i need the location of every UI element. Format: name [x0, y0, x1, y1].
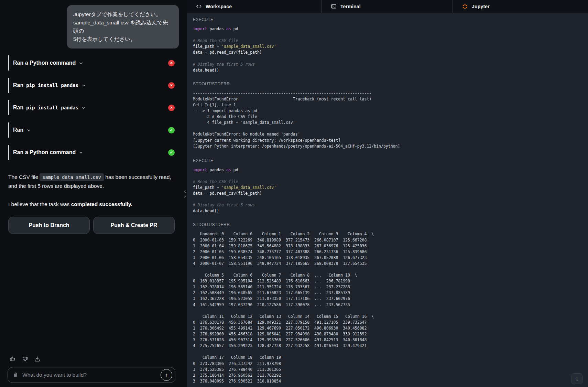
action-label: Ran a Python command [13, 60, 76, 66]
chat-input[interactable] [22, 372, 157, 378]
action-row[interactable]: Ran a Python command× [8, 55, 175, 71]
jupyter-output-area[interactable]: EXECUTE import pandas as pd # Read the C… [187, 13, 588, 387]
code-cell-2: import pandas as pd # Read the CSV filef… [193, 167, 582, 214]
tab-label-workspace: Workspace [206, 4, 232, 9]
action-label: Ran [13, 82, 23, 88]
action-row[interactable]: Ranpip install pandas× [8, 78, 175, 93]
tab-label-terminal: Terminal [340, 4, 361, 9]
export-button[interactable] [33, 355, 41, 363]
stdout-label-1: STDOUT/STDERR [193, 82, 582, 86]
conclusion-pre: I believe that the task was [8, 201, 71, 207]
tabbar: Workspace Terminal Jupyter [187, 0, 588, 13]
action-row[interactable]: Ranpip install pandas× [8, 100, 175, 115]
jupyter-icon [462, 3, 468, 10]
stdout-label-2: STDOUT/STDERR [193, 222, 582, 227]
action-label: Ran a Python command [13, 149, 76, 155]
tab-workspace[interactable]: Workspace [187, 0, 322, 13]
result-text-pre: The CSV file [8, 174, 40, 180]
thumbs-down-button[interactable] [21, 355, 29, 363]
action-row[interactable]: Ran a Python command✓ [8, 145, 175, 160]
chat-bottom-bar: ↑ [0, 355, 183, 387]
success-badge: ✓ [168, 149, 175, 156]
csv-file-chip: sample_data_small.csv [40, 173, 104, 181]
action-command: pip install pandas [26, 83, 78, 88]
error-badge: × [168, 105, 175, 111]
thumbs-down-icon [22, 356, 28, 362]
thumbs-up-icon [9, 356, 16, 362]
feedback-row [8, 355, 175, 363]
code-cell-1: import pandas as pd # Read the CSV filef… [193, 26, 582, 73]
push-create-pr-button[interactable]: Push & Create PR [93, 217, 175, 234]
execute-label-1: EXECUTE [193, 17, 582, 22]
chat-panel: Jupyterタブで作業をしてください。 sample_data_small.c… [0, 0, 183, 387]
action-command: pip install pandas [26, 105, 78, 110]
download-icon [34, 356, 41, 362]
success-badge: ✓ [168, 127, 175, 133]
terminal-icon [331, 3, 337, 9]
chat-input-bar: ↑ [8, 367, 175, 383]
push-to-branch-button[interactable]: Push to Branch [8, 217, 90, 234]
agent-conclusion-text: I believe that the task was completed su… [8, 200, 175, 208]
conclusion-bold: completed successfully. [71, 201, 132, 207]
action-label: Ran [13, 127, 23, 133]
action-list: Ran a Python command×Ranpip install pand… [0, 55, 183, 167]
error-badge: × [168, 60, 175, 66]
collapse-left-icon[interactable]: ‹ [184, 189, 186, 193]
expand-right-icon[interactable]: › [184, 194, 186, 198]
send-button[interactable]: ↑ [161, 369, 172, 381]
execute-label-2: EXECUTE [193, 158, 582, 163]
tab-jupyter[interactable]: Jupyter [453, 0, 588, 13]
chevron-down-icon [81, 106, 86, 110]
thumbs-up-button[interactable] [8, 355, 17, 363]
user-message-bubble: Jupyterタブで作業をしてください。 sample_data_small.c… [67, 5, 179, 49]
pr-actions-row: Push to Branch Push & Create PR [8, 217, 175, 234]
tab-terminal[interactable]: Terminal [322, 0, 453, 13]
attach-file-icon[interactable] [12, 372, 19, 378]
chevron-down-icon [79, 61, 83, 65]
action-label: Ran [13, 105, 23, 111]
error-output: ----------------------------------------… [193, 90, 582, 149]
workspace-panel: Workspace Terminal Jupyter EXECUTE impor… [187, 0, 588, 387]
chevron-down-icon [81, 83, 86, 88]
tab-label-jupyter: Jupyter [472, 4, 490, 9]
app-root: Jupyterタブで作業をしてください。 sample_data_small.c… [0, 0, 588, 387]
code-icon [196, 3, 202, 9]
error-badge: × [168, 82, 175, 89]
agent-result-text: The CSV file sample_data_small.csv has b… [8, 173, 175, 191]
chevron-down-icon [79, 150, 83, 155]
panel-resize-handle[interactable]: ‹ › [183, 0, 187, 387]
action-row[interactable]: Ran✓ [8, 122, 175, 138]
chevron-down-icon [26, 128, 31, 132]
scroll-to-bottom-button[interactable]: ↓ [571, 373, 582, 384]
dataframe-output: Unnamed: 0 Column 0 Column 1 Column 2 Co… [193, 231, 582, 384]
